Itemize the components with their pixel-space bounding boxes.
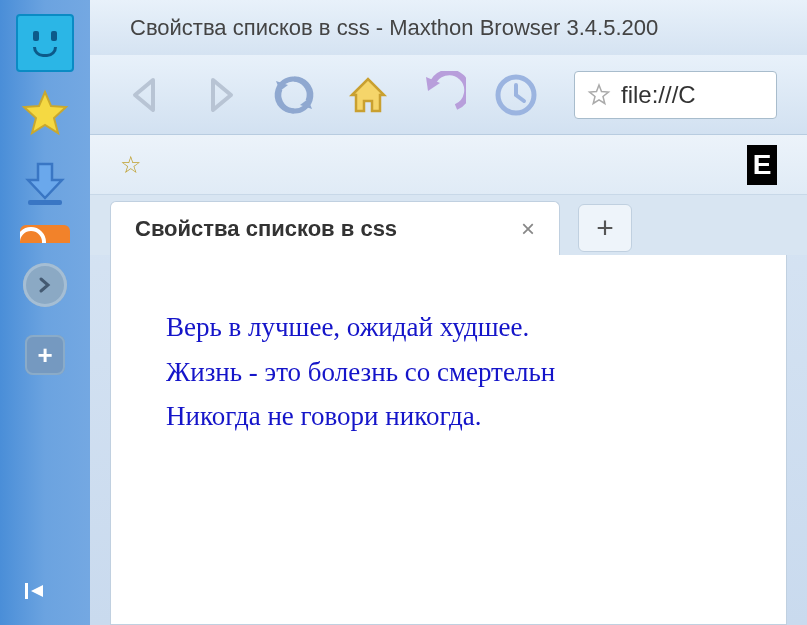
tab-title: Свойства списков в css — [135, 216, 397, 242]
app-icon[interactable] — [14, 12, 76, 74]
main-area: file:///C ☆ E Свойства списков в css × +… — [90, 55, 807, 625]
content-line-2: Жизнь - это болезнь со смертельн — [166, 350, 731, 395]
bookmarks-bar: ☆ E — [90, 135, 807, 195]
bookmark-star-icon[interactable]: ☆ — [120, 151, 142, 179]
new-tab-button[interactable]: + — [578, 204, 632, 252]
browser-window: Свойства списков в css - Maxthon Browser… — [0, 0, 807, 625]
rss-icon[interactable] — [14, 222, 76, 246]
sidebar-expand-button[interactable] — [14, 254, 76, 316]
refresh-button[interactable] — [268, 69, 320, 121]
window-title: Свойства списков в css - Maxthon Browser… — [130, 15, 658, 41]
add-panel-button[interactable]: + — [14, 324, 76, 386]
title-bar[interactable]: Свойства списков в css - Maxthon Browser… — [0, 0, 807, 55]
right-badge[interactable]: E — [747, 145, 777, 185]
undo-button[interactable] — [416, 69, 468, 121]
address-bar[interactable]: file:///C — [574, 71, 777, 119]
back-button[interactable] — [120, 69, 172, 121]
tab-strip: Свойства списков в css × + — [90, 195, 807, 255]
history-button[interactable] — [490, 69, 542, 121]
forward-button[interactable] — [194, 69, 246, 121]
sidebar-toggle-icon[interactable] — [25, 581, 49, 607]
content-line-3: Никогда не говори никогда. — [166, 394, 731, 439]
tab-active[interactable]: Свойства списков в css × — [110, 201, 560, 255]
toolbar: file:///C — [90, 55, 807, 135]
favorites-icon[interactable] — [14, 82, 76, 144]
favorite-star-icon[interactable] — [587, 83, 611, 107]
svg-rect-1 — [25, 583, 28, 599]
content-line-1: Верь в лучшее, ожидай худшее. — [166, 305, 731, 350]
content-text: Верь в лучшее, ожидай худшее. Жизнь - эт… — [166, 305, 731, 439]
sidebar: + — [0, 0, 90, 625]
home-button[interactable] — [342, 69, 394, 121]
page-content: Верь в лучшее, ожидай худшее. Жизнь - эт… — [110, 255, 787, 625]
svg-rect-0 — [28, 200, 62, 205]
downloads-icon[interactable] — [14, 152, 76, 214]
tab-close-button[interactable]: × — [521, 215, 535, 243]
url-text: file:///C — [621, 81, 696, 109]
